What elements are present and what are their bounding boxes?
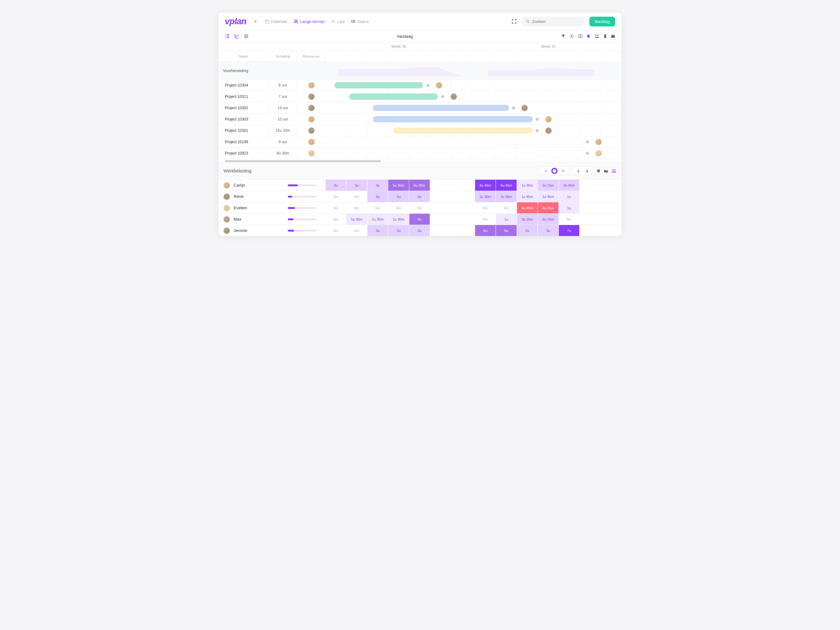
workload-filter-pill[interactable]: ⧗ ⧗ [572,166,593,176]
clock-icon[interactable]: 🕐 [551,168,557,174]
workload-cell[interactable]: 7u [559,225,579,236]
today-button[interactable]: Vandaag [253,34,557,39]
puzzle-icon[interactable] [586,34,591,38]
project-row[interactable]: Project 10311 7 uur [218,91,622,102]
workload-row[interactable]: Evelien 0m0m0m0m0m 0m0m4u 45m4u 45m1u [218,202,622,214]
workload-cell[interactable]: 3u [346,180,367,191]
project-row[interactable]: Project 10923 9u 30m [218,148,622,159]
gantt-bar[interactable] [373,105,509,111]
add-button[interactable]: + [251,17,260,26]
gantt-bar[interactable] [393,128,533,134]
workload-cell[interactable]: 6u 45m [475,180,496,191]
layers-icon[interactable] [244,34,249,39]
workload-cell[interactable]: 6u 45m [496,180,517,191]
workload-cell[interactable]: 2u 15m [538,180,559,191]
workload-cell[interactable]: 1u [559,191,579,202]
workload-cell[interactable]: 0m [325,191,346,202]
workload-cell[interactable]: 0m [346,202,367,213]
workload-cell[interactable]: 1u 30m [517,180,538,191]
workload-cell[interactable]: 3u [368,191,388,202]
gantt-bar[interactable] [373,116,533,123]
people-icon[interactable] [594,34,600,38]
workload-cell[interactable]: 3u [409,225,430,236]
milestone-dot[interactable] [441,95,444,98]
gantt-track[interactable] [325,136,622,147]
project-row[interactable]: Project 10301 15u 30m [218,125,622,136]
workload-cell[interactable]: 6u [475,225,496,236]
workload-cell[interactable]: 5u 30m [388,180,409,191]
gantt-bar[interactable] [535,150,583,156]
workload-cell[interactable]: 0m [325,225,346,236]
workload-row[interactable]: René 0m0m3u3u3u 2u 30m2u 30m1u 45m1u 45m… [218,191,622,202]
gantt-track[interactable] [325,125,622,136]
workload-cell[interactable]: 0m [368,202,388,213]
workload-cell[interactable]: 0m [409,202,430,213]
workload-cell[interactable]: 0m [496,202,517,213]
workload-cell[interactable]: 2u 30m [475,191,496,202]
puzzle-icon[interactable] [596,169,601,173]
filter-icon[interactable] [561,34,565,38]
workload-cell[interactable]: 0m [325,214,346,225]
workload-cell[interactable]: 3u [368,225,388,236]
workload-cell[interactable]: 3u 15m [517,214,538,225]
workload-cell[interactable]: 0m [346,225,367,236]
workload-cell[interactable]: 3u [538,225,559,236]
workload-cell[interactable]: 1u 45m [517,191,538,202]
workload-cell[interactable]: 3u 45m [559,180,579,191]
empty-icon[interactable]: ⊘ [543,168,549,174]
project-row[interactable]: Project 10304 6 uur [218,80,622,91]
workload-cell[interactable]: 0m [325,202,346,213]
folder-icon[interactable] [604,169,608,173]
milestone-dot[interactable] [426,84,429,87]
workload-cell[interactable]: 2u [517,225,538,236]
group-header[interactable]: Voorbereiding [218,62,622,80]
people-icon[interactable] [611,169,616,173]
workload-cell[interactable]: 3u [388,191,409,202]
workload-cell[interactable]: 4u 45m [538,202,559,213]
chart-icon[interactable] [234,34,239,39]
workload-cell[interactable]: 1u 30m [388,214,409,225]
workload-cell[interactable]: 5u [409,214,430,225]
project-row[interactable]: Project 10199 9 uur [218,136,622,148]
gantt-track[interactable] [325,80,622,91]
briefcase-icon[interactable] [611,34,615,38]
workload-cell[interactable]: 6u [496,225,517,236]
workload-row[interactable]: Carlijn 3u3u3u5u 30m6u 30m 6u 45m6u 45m1… [218,180,622,191]
workload-cell[interactable]: 6u 30m [409,180,430,191]
gantt-track[interactable] [325,102,622,113]
workload-cell[interactable]: 0m [475,202,496,213]
workload-mode-pill[interactable]: ⊘ 🕐 % [540,166,569,176]
view-tab-kalender[interactable]: Kalender [265,19,287,24]
workload-cell[interactable]: 0m [559,214,579,225]
view-tab-lange-termijn[interactable]: Lange termijn [294,19,325,24]
gantt-bar[interactable] [349,93,438,100]
project-row[interactable]: Project 10302 14 uur [218,102,622,113]
eye-icon[interactable] [569,34,574,38]
workload-row[interactable]: Max 0m1u 30m1u 30m1u 30m5u 0m1u3u 15m2u … [218,214,622,225]
workload-cell[interactable]: 0m [346,191,367,202]
search-input[interactable] [532,19,580,24]
workload-cell[interactable]: 1u 30m [346,214,367,225]
gantt-bar[interactable] [334,82,423,88]
workload-cell[interactable]: 3u [368,180,388,191]
workload-cell[interactable]: 1u [496,214,517,225]
list-view-icon[interactable] [225,34,230,39]
horizontal-scrollbar[interactable] [218,159,622,162]
workload-cell[interactable]: 1u 30m [368,214,388,225]
workload-cell[interactable]: 3u [409,191,430,202]
workload-cell[interactable]: 3u [325,180,346,191]
search-box[interactable] [521,17,584,27]
backlog-button[interactable]: Backlog [589,17,615,27]
view-tab-lijst[interactable]: Lijst [331,19,344,24]
gantt-track[interactable] [325,113,622,124]
workload-cell[interactable]: 2u 15m [538,214,559,225]
gantt-track[interactable] [325,148,622,159]
view-tab-status[interactable]: Status [351,19,369,24]
columns-icon[interactable] [578,34,583,38]
fullscreen-icon[interactable] [512,19,516,24]
workload-cell[interactable]: 2u 30m [496,191,517,202]
workload-cell[interactable]: 4u 45m [517,202,538,213]
workload-cell[interactable]: 0m [475,214,496,225]
hourglass-fill-icon[interactable]: ⧗ [584,168,591,174]
workload-cell[interactable]: 1u [559,202,579,213]
